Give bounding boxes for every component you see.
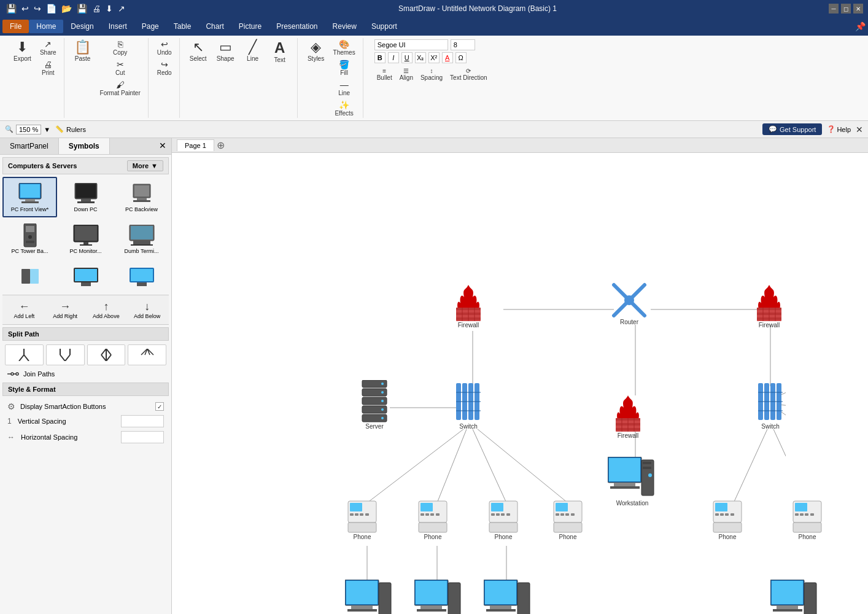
symbol-item-9[interactable] [114, 260, 169, 295]
join-paths-control[interactable]: Join Paths [2, 368, 169, 380]
horizontal-spacing-input[interactable] [121, 431, 164, 443]
page-1-tab[interactable]: Page 1 [177, 139, 214, 151]
symbol-pc-tower[interactable]: PC Tower Ba... [2, 219, 57, 259]
symbol-down-pc[interactable]: Down PC [58, 177, 113, 217]
canvas-area[interactable]: Server Switch [172, 153, 868, 614]
symbol-pc-front[interactable]: PC Front View* [2, 177, 57, 217]
special-chars-button[interactable]: Ω [455, 52, 467, 63]
align-button[interactable]: ☰ Align [397, 66, 416, 82]
cut-button[interactable]: ✂ Cut [98, 58, 143, 77]
get-support-button[interactable]: 💬 Get Support [762, 123, 822, 135]
italic-button[interactable]: I [388, 52, 399, 63]
minimize-button[interactable]: ─ [829, 4, 839, 14]
save-as-icon[interactable]: 💾 [76, 2, 88, 15]
font-color-button[interactable]: A [442, 52, 453, 63]
picture-menu[interactable]: Picture [231, 20, 269, 33]
copy-button[interactable]: ⎘ Copy [98, 38, 143, 57]
font-size-input[interactable] [451, 39, 475, 50]
add-left-button[interactable]: ← Add Left [5, 298, 44, 322]
themes-button[interactable]: 🎨 Themes [331, 38, 358, 57]
symbol-pc-monitor[interactable]: PC Monitor... [58, 219, 113, 259]
file-menu[interactable]: File [2, 20, 29, 33]
format-painter-button[interactable]: 🖌 Format Painter [98, 79, 143, 98]
zoom-dropdown-icon[interactable]: ▼ [44, 126, 50, 133]
more-button[interactable]: More ▼ [127, 160, 163, 171]
redo-quick-icon[interactable]: ↪ [33, 2, 42, 15]
toolbar-close-button[interactable]: ✕ [856, 125, 863, 134]
font-name-input[interactable] [374, 39, 448, 50]
help-button[interactable]: ❓ Help [827, 125, 851, 133]
subscript-button[interactable]: X₂ [415, 52, 426, 63]
export-quick-icon[interactable]: ⬇ [104, 2, 114, 15]
add-above-button[interactable]: ↑ Add Above [87, 298, 126, 322]
window-controls[interactable]: ─ ◻ ✕ [829, 4, 863, 14]
add-page-button[interactable]: ⊕ [217, 139, 225, 151]
split-btn-1[interactable] [5, 344, 44, 365]
shape-button[interactable]: ▭ Shape [213, 38, 238, 64]
review-menu[interactable]: Review [325, 20, 364, 33]
symbol-dumb-terminal[interactable]: Dumb Termi... [114, 219, 169, 259]
symbol-pc-backview[interactable]: PC Backview [114, 177, 169, 217]
fill-button[interactable]: 🪣 Fill [331, 58, 358, 77]
canvas[interactable]: Server Switch [172, 153, 786, 614]
menu-pin-icon[interactable]: 📌 [855, 21, 866, 31]
bullet-button[interactable]: ≡ Bullet [374, 66, 395, 82]
line-style-button[interactable]: — Line [331, 79, 358, 98]
support-menu[interactable]: Support [364, 20, 405, 33]
open-icon[interactable]: 📂 [60, 2, 73, 15]
phone-3-element[interactable]: Phone [488, 500, 519, 540]
phone-1-element[interactable]: Phone [347, 500, 378, 540]
superscript-button[interactable]: X² [428, 52, 440, 63]
export-button[interactable]: ⬇ Export [10, 38, 35, 64]
print-quick-icon[interactable]: 🖨 [91, 2, 102, 15]
underline-button[interactable]: U [401, 52, 413, 63]
text-button[interactable]: A Text [268, 38, 292, 66]
firewall-top-left-element[interactable]: Firewall [453, 282, 484, 328]
bold-button[interactable]: B [374, 52, 386, 63]
pc-1-element[interactable]: PC [345, 580, 394, 614]
vertical-spacing-input[interactable] [121, 415, 164, 427]
symbol-item-8[interactable] [58, 260, 113, 295]
phone-5-element[interactable]: Phone [712, 500, 743, 540]
zoom-level[interactable]: 150 % [16, 125, 41, 134]
switch-right-element[interactable]: Switch [755, 380, 786, 430]
zoom-control[interactable]: 🔍 150 % ▼ [5, 125, 50, 134]
panel-close-button[interactable]: ✕ [154, 138, 171, 154]
select-button[interactable]: ↖ Select [186, 38, 211, 64]
smartpanel-tab[interactable]: SmartPanel [0, 138, 59, 154]
pc-3-element[interactable]: PC [484, 580, 533, 614]
pc-2-element[interactable]: PC [414, 580, 463, 614]
share-quick-icon[interactable]: ↗ [117, 2, 126, 15]
phone-2-element[interactable]: Phone [417, 500, 448, 540]
symbol-item-7[interactable] [2, 260, 57, 295]
rulers-button[interactable]: 📏 Rulers [55, 125, 86, 133]
line-button[interactable]: ╱ Line [241, 38, 265, 64]
page-menu[interactable]: Page [134, 20, 166, 33]
server-element[interactable]: Server [359, 380, 390, 430]
effects-button[interactable]: ✨ Effects [331, 99, 358, 118]
restore-button[interactable]: ◻ [841, 4, 851, 14]
presentation-menu[interactable]: Presentation [269, 20, 325, 33]
switch-left-element[interactable]: Switch [453, 380, 484, 430]
symbols-tab[interactable]: Symbols [59, 138, 110, 154]
paste-button[interactable]: 📋 Paste [71, 38, 95, 64]
phone-6-element[interactable]: Phone [792, 500, 823, 540]
phone-4-element[interactable]: Phone [552, 500, 583, 540]
print-button[interactable]: 🖨 Print [37, 58, 59, 77]
close-button[interactable]: ✕ [853, 4, 863, 14]
save-icon[interactable]: 💾 [5, 2, 18, 15]
quick-access[interactable]: 💾 ↩ ↪ 📄 📂 💾 🖨 ⬇ ↗ [5, 2, 126, 15]
undo-button[interactable]: ↩ Undo [155, 38, 174, 57]
pc-4-element[interactable]: PC [770, 580, 820, 614]
insert-menu[interactable]: Insert [101, 20, 134, 33]
redo-button[interactable]: ↪ Redo [155, 58, 174, 77]
add-right-button[interactable]: → Add Right [46, 298, 85, 322]
split-btn-4[interactable] [128, 344, 166, 365]
share-button[interactable]: ↗ Share [37, 38, 59, 57]
router-element[interactable]: Router [611, 282, 648, 325]
workstation-center-element[interactable]: Workstation [608, 457, 657, 507]
split-btn-3[interactable] [87, 344, 126, 365]
split-btn-2[interactable] [46, 344, 85, 365]
new-icon[interactable]: 📄 [45, 2, 58, 15]
undo-quick-icon[interactable]: ↩ [20, 2, 30, 15]
